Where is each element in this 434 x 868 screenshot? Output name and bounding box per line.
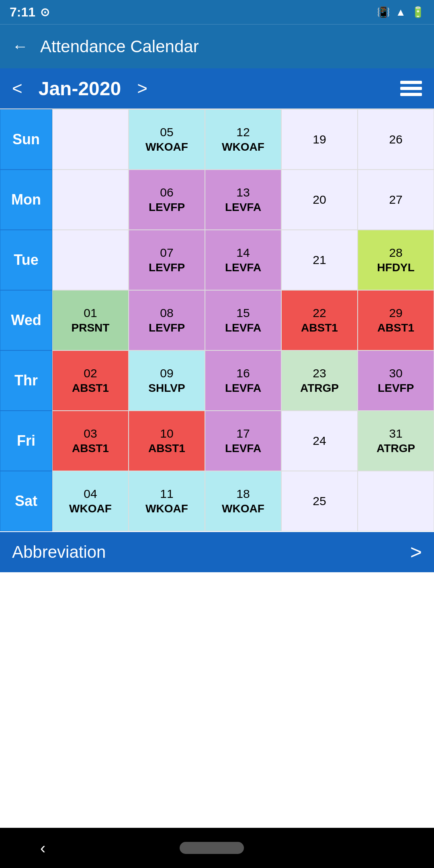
app-bar: ← Attendance Calendar — [0, 24, 434, 68]
vibrate-icon: 📳 — [377, 6, 390, 18]
cell-thr-w5[interactable]: 30 LEVFP — [358, 350, 434, 411]
list-line-3 — [400, 93, 422, 96]
cell-sat-w4[interactable]: 25 — [281, 471, 358, 531]
cell-thr-w3[interactable]: 16 LEVFA — [205, 350, 281, 411]
day-header-thr: Thr — [0, 350, 52, 411]
cell-tue-w3[interactable]: 14 LEVFA — [205, 230, 281, 290]
cell-wed-w4[interactable]: 22 ABST1 — [281, 290, 358, 350]
cell-sun-w4[interactable]: 19 — [281, 109, 358, 170]
cell-sat-w1[interactable]: 04 WKOAF — [52, 471, 129, 531]
bottom-navigation: ‹ — [0, 828, 434, 868]
next-month-button[interactable]: > — [137, 78, 147, 98]
time-display: 7:11 — [10, 5, 35, 20]
cell-mon-w4[interactable]: 20 — [281, 170, 358, 230]
abbreviation-chevron-icon: > — [410, 540, 422, 564]
cell-wed-w1[interactable]: 01 PRSNT — [52, 290, 129, 350]
wifi-icon: ▲ — [395, 6, 406, 18]
day-header-tue: Tue — [0, 230, 52, 290]
prev-month-button[interactable]: < — [12, 78, 23, 98]
calendar-header: < Jan-2020 > — [0, 68, 434, 108]
home-pill[interactable] — [180, 842, 244, 854]
list-view-button[interactable] — [400, 81, 422, 96]
day-header-sun: Sun — [0, 109, 52, 170]
cell-mon-w3[interactable]: 13 LEVFA — [205, 170, 281, 230]
cell-thr-w1[interactable]: 02 ABST1 — [52, 350, 129, 411]
status-left: 7:11 ⊙ — [10, 5, 49, 20]
month-navigation: < Jan-2020 > — [12, 78, 147, 100]
cell-sat-w2[interactable]: 11 WKOAF — [129, 471, 205, 531]
cell-mon-w1[interactable] — [52, 170, 129, 230]
cell-fri-w2[interactable]: 10 ABST1 — [129, 411, 205, 471]
current-month-label: Jan-2020 — [39, 78, 121, 100]
cell-tue-w4[interactable]: 21 — [281, 230, 358, 290]
calendar-grid: Sun 05 WKOAF 12 WKOAF 19 26 Mon 06 LEVFP… — [0, 108, 434, 531]
list-line-2 — [400, 87, 422, 90]
cell-sun-w1[interactable] — [52, 109, 129, 170]
cell-wed-w2[interactable]: 08 LEVFP — [129, 290, 205, 350]
back-button[interactable]: ← — [12, 37, 28, 55]
list-line-1 — [400, 81, 422, 84]
cell-sun-w5[interactable]: 26 — [358, 109, 434, 170]
status-right: 📳 ▲ 🔋 — [377, 6, 424, 18]
cell-mon-w2[interactable]: 06 LEVFP — [129, 170, 205, 230]
day-header-wed: Wed — [0, 290, 52, 350]
app-icon: ⊙ — [40, 6, 49, 19]
cell-wed-w5[interactable]: 29 ABST1 — [358, 290, 434, 350]
cell-fri-w4[interactable]: 24 — [281, 411, 358, 471]
cell-tue-w1[interactable] — [52, 230, 129, 290]
cell-fri-w3[interactable]: 17 LEVFA — [205, 411, 281, 471]
day-header-fri: Fri — [0, 411, 52, 471]
cell-thr-w2[interactable]: 09 SHLVP — [129, 350, 205, 411]
cell-wed-w3[interactable]: 15 LEVFA — [205, 290, 281, 350]
cell-fri-w5[interactable]: 31 ATRGP — [358, 411, 434, 471]
cell-tue-w5[interactable]: 28 HFDYL — [358, 230, 434, 290]
cell-sat-w3[interactable]: 18 WKOAF — [205, 471, 281, 531]
cell-sun-w3[interactable]: 12 WKOAF — [205, 109, 281, 170]
system-back-button[interactable]: ‹ — [40, 839, 45, 857]
cell-sun-w2[interactable]: 05 WKOAF — [129, 109, 205, 170]
status-bar: 7:11 ⊙ 📳 ▲ 🔋 — [0, 0, 434, 24]
day-header-sat: Sat — [0, 471, 52, 531]
battery-icon: 🔋 — [411, 6, 424, 18]
cell-mon-w5[interactable]: 27 — [358, 170, 434, 230]
cell-sat-w5[interactable] — [358, 471, 434, 531]
content-spacer — [0, 572, 434, 868]
cell-tue-w2[interactable]: 07 LEVFP — [129, 230, 205, 290]
app-bar-title: Attendance Calendar — [40, 37, 199, 56]
cell-thr-w4[interactable]: 23 ATRGP — [281, 350, 358, 411]
day-header-mon: Mon — [0, 170, 52, 230]
cell-fri-w1[interactable]: 03 ABST1 — [52, 411, 129, 471]
abbreviation-bar[interactable]: Abbreviation > — [0, 532, 434, 572]
abbreviation-label: Abbreviation — [12, 542, 106, 562]
